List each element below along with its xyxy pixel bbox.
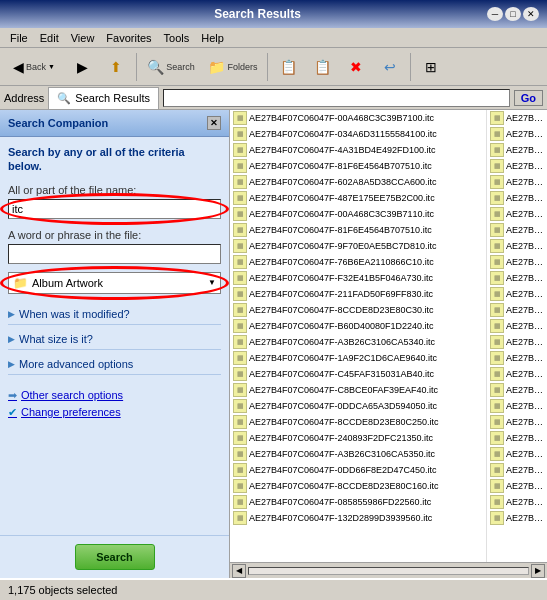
file-item[interactable]: ▦AE27B4F07C06047F-A3B26C3106CA5350.itc (230, 446, 486, 462)
menu-view[interactable]: View (65, 30, 101, 46)
file-item[interactable]: ▦AE27B4F (487, 238, 547, 254)
change-prefs-link[interactable]: ✔ Change preferences (8, 404, 221, 421)
file-item[interactable]: ▦AE27B4F (487, 350, 547, 366)
file-item[interactable]: ▦AE27B4F07C06047F-00A468C3C39B7100.itc (230, 110, 486, 126)
section-size-arrow: ▶ (8, 334, 15, 344)
address-field[interactable] (163, 89, 510, 107)
file-item[interactable]: ▦AE27B4F (487, 510, 547, 526)
file-item[interactable]: ▦AE27B4F07C06047F-C8BCE0FAF39EAF40.itc (230, 382, 486, 398)
file-item[interactable]: ▦AE27B4F07C06047F-240893F2DFC21350.itc (230, 430, 486, 446)
file-item[interactable]: ▦AE27B4F07C06047F-A3B26C3106CA5340.itc (230, 334, 486, 350)
file-item[interactable]: ▦AE27B4F (487, 158, 547, 174)
file-item[interactable]: ▦AE27B4F07C06047F-F32E41B5F046A730.itc (230, 270, 486, 286)
file-item[interactable]: ▦AE27B4F07C06047F-C45FAF315031AB40.itc (230, 366, 486, 382)
file-item[interactable]: ▦AE27B4F (487, 222, 547, 238)
menu-favorites[interactable]: Favorites (100, 30, 157, 46)
file-item[interactable]: ▦AE27B4F (487, 286, 547, 302)
menu-file[interactable]: File (4, 30, 34, 46)
file-item[interactable]: ▦AE27B4F07C06047F-8CCDE8D23E80C30.itc (230, 302, 486, 318)
paste-button[interactable]: 📋 (306, 51, 338, 83)
other-search-link[interactable]: ➡ Other search options (8, 387, 221, 404)
back-button[interactable]: ◀ Back ▼ (4, 51, 64, 83)
search-panel-close-button[interactable]: ✕ (207, 116, 221, 130)
file-item[interactable]: ▦AE27B4F07C06047F-487E175EE75B2C00.itc (230, 190, 486, 206)
file-item[interactable]: ▦AE27B4F07C06047F-1A9F2C1D6CAE9640.itc (230, 350, 486, 366)
section-advanced[interactable]: ▶ More advanced options (8, 354, 221, 375)
section-modified[interactable]: ▶ When was it modified? (8, 304, 221, 325)
file-item[interactable]: ▦AE27B4F (487, 478, 547, 494)
close-button[interactable]: ✕ (523, 7, 539, 21)
file-item[interactable]: ▦AE27B4F07C06047F-132D2899D3939560.itc (230, 510, 486, 526)
file-name: AE27B4F07C06047F-8CCDE8D23E80C250.itc (249, 417, 439, 427)
file-item[interactable]: ▦AE27B4F07C06047F-9F70E0AE5BC7D810.itc (230, 238, 486, 254)
phrase-input[interactable] (8, 244, 221, 264)
copy-button[interactable]: 📋 (272, 51, 304, 83)
views-button[interactable]: ⊞ (415, 51, 447, 83)
file-item[interactable]: ▦AE27B4F07C06047F-602A8A5D38CCA600.itc (230, 174, 486, 190)
scroll-track[interactable] (248, 567, 529, 575)
go-button[interactable]: Go (514, 90, 543, 106)
file-name: AE27B4F (506, 433, 544, 443)
undo-button[interactable]: ↩ (374, 51, 406, 83)
file-item[interactable]: ▦AE27B4F (487, 110, 547, 126)
file-item[interactable]: ▦AE27B4F (487, 446, 547, 462)
file-item[interactable]: ▦AE27B4F07C06047F-81F6E4564B707510.itc (230, 158, 486, 174)
file-item[interactable]: ▦AE27B4F07C06047F-0DD66F8E2D47C450.itc (230, 462, 486, 478)
file-item[interactable]: ▦AE27B4F (487, 302, 547, 318)
file-item[interactable]: ▦AE27B4F (487, 366, 547, 382)
file-item[interactable]: ▦AE27B4F07C06047F-81F6E4564B707510.itc (230, 222, 486, 238)
file-name: AE27B4F (506, 513, 544, 523)
file-item[interactable]: ▦AE27B4F (487, 398, 547, 414)
search-toolbar-button[interactable]: 🔍 Search (141, 51, 201, 83)
menu-help[interactable]: Help (195, 30, 230, 46)
file-item[interactable]: ▦AE27B4F (487, 142, 547, 158)
maximize-button[interactable]: □ (505, 7, 521, 21)
file-icon: ▦ (233, 207, 247, 221)
file-name: AE27B4F07C06047F-240893F2DFC21350.itc (249, 433, 433, 443)
horizontal-scrollbar[interactable]: ◀ ▶ (230, 562, 547, 578)
dropdown-arrow-icon: ▼ (208, 278, 216, 287)
section-size[interactable]: ▶ What size is it? (8, 329, 221, 350)
menu-tools[interactable]: Tools (158, 30, 196, 46)
file-item[interactable]: ▦AE27B4F (487, 126, 547, 142)
file-item[interactable]: ▦AE27B4F07C06047F-76B6EA2110866C10.itc (230, 254, 486, 270)
file-item[interactable]: ▦AE27B4F (487, 462, 547, 478)
menu-edit[interactable]: Edit (34, 30, 65, 46)
folder-select[interactable]: 📁 Album Artwork ▼ (8, 272, 221, 294)
search-button[interactable]: Search (75, 544, 155, 570)
search-criteria-text: Search by any or all of the criteria bel… (8, 145, 221, 174)
file-item[interactable]: ▦AE27B4F07C06047F-8CCDE8D23E80C160.itc (230, 478, 486, 494)
file-item[interactable]: ▦AE27B4F07C06047F-00A468C3C39B7110.itc (230, 206, 486, 222)
address-tab[interactable]: 🔍 Search Results (48, 87, 159, 109)
file-item[interactable]: ▦AE27B4F07C06047F-8CCDE8D23E80C250.itc (230, 414, 486, 430)
change-prefs-label: Change preferences (21, 406, 121, 418)
minimize-button[interactable]: ─ (487, 7, 503, 21)
file-item[interactable]: ▦AE27B4F (487, 494, 547, 510)
file-item[interactable]: ▦AE27B4F (487, 334, 547, 350)
file-name: AE27B4F07C06047F-C45FAF315031AB40.itc (249, 369, 434, 379)
file-item[interactable]: ▦AE27B4F07C06047F-4A31BD4E492FD100.itc (230, 142, 486, 158)
file-name: AE27B4F07C06047F-00A468C3C39B7100.itc (249, 113, 434, 123)
file-item[interactable]: ▦AE27B4F (487, 270, 547, 286)
folders-button[interactable]: 📁 Folders (203, 51, 263, 83)
scroll-left-button[interactable]: ◀ (232, 564, 246, 578)
file-item[interactable]: ▦AE27B4F (487, 382, 547, 398)
file-item[interactable]: ▦AE27B4F (487, 206, 547, 222)
file-item[interactable]: ▦AE27B4F (487, 190, 547, 206)
folder-label: Album Artwork (32, 277, 103, 289)
file-item[interactable]: ▦AE27B4F (487, 254, 547, 270)
file-item[interactable]: ▦AE27B4F (487, 174, 547, 190)
name-input[interactable] (8, 199, 221, 219)
file-item[interactable]: ▦AE27B4F (487, 318, 547, 334)
scroll-right-button[interactable]: ▶ (531, 564, 545, 578)
file-item[interactable]: ▦AE27B4F07C06047F-B60D40080F1D2240.itc (230, 318, 486, 334)
file-item[interactable]: ▦AE27B4F (487, 414, 547, 430)
delete-button[interactable]: ✖ (340, 51, 372, 83)
file-item[interactable]: ▦AE27B4F (487, 430, 547, 446)
file-item[interactable]: ▦AE27B4F07C06047F-034A6D31155584100.itc (230, 126, 486, 142)
forward-button[interactable]: ▶ (66, 51, 98, 83)
file-item[interactable]: ▦AE27B4F07C06047F-211FAD50F69FF830.itc (230, 286, 486, 302)
up-button[interactable]: ⬆ (100, 51, 132, 83)
file-item[interactable]: ▦AE27B4F07C06047F-0DDCA65A3D594050.itc (230, 398, 486, 414)
file-item[interactable]: ▦AE27B4F07C06047F-085855986FD22560.itc (230, 494, 486, 510)
